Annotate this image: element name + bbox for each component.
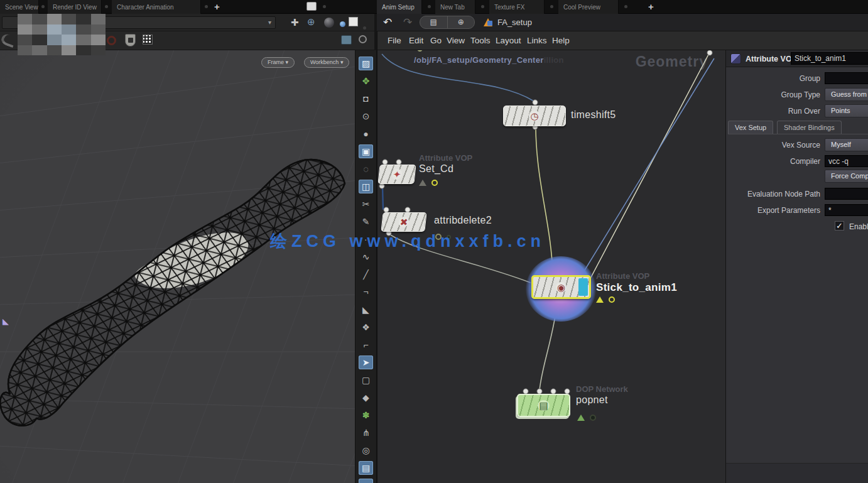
material-sphere-icon[interactable] (324, 18, 334, 28)
window-layout-icon[interactable] (307, 2, 317, 11)
location-pin-icon[interactable]: ⊙ (359, 109, 373, 123)
node-flags-stick-to-anim1[interactable] (596, 296, 615, 303)
ruler-corner-icon[interactable]: ⌐ (359, 338, 373, 352)
node-connector-dot[interactable] (396, 160, 401, 165)
diamond-tool-icon[interactable]: ◆ (359, 391, 373, 404)
network-editor[interactable]: /obj/FA_setup/Geometry_Centerillion Geom… (377, 50, 725, 483)
target-ring-icon[interactable] (359, 35, 367, 43)
node-connector-dot[interactable] (523, 389, 528, 394)
leaf-tool-icon[interactable]: ✽ (359, 408, 373, 422)
tab-vex-setup[interactable]: Vex Setup (728, 121, 773, 134)
node-popnet[interactable]: ▤ (517, 394, 570, 417)
node-set-cd[interactable]: ✦ (377, 165, 416, 184)
bypass-flag-icon[interactable] (447, 235, 451, 239)
add-icon[interactable]: ✚ (291, 17, 299, 28)
image-view-icon[interactable]: ◫ (359, 180, 373, 193)
workbench-dropdown-pill[interactable]: Workbench ▾ (304, 57, 349, 68)
node-connector-dot[interactable] (707, 50, 712, 55)
paint-blob-icon[interactable]: ● (359, 127, 373, 141)
display-flag-icon[interactable] (609, 296, 615, 303)
node-connector-dot[interactable] (551, 389, 556, 394)
add-tab-button-right[interactable]: + (648, 1, 654, 12)
target-tool-icon[interactable]: ◎ (359, 443, 373, 457)
lock-icon[interactable]: ◘ (359, 92, 373, 106)
node-flags-set-cd[interactable] (419, 180, 438, 186)
menu-tools[interactable]: Tools (470, 36, 491, 45)
tab-cool-preview[interactable]: Cool Preview (558, 0, 619, 14)
menu-links[interactable]: Links (527, 36, 547, 45)
force-compile-button[interactable]: Force Compile (825, 170, 868, 183)
node-attribdelete2[interactable]: ✖ (381, 212, 426, 232)
eval-node-path-input[interactable] (825, 188, 868, 200)
node-stick-to-anim1[interactable]: ◉ (531, 275, 591, 299)
forward-arrow-icon[interactable]: ↷ (403, 16, 412, 29)
frame-dropdown-pill[interactable]: Frame ▾ (261, 57, 295, 68)
tab-anim-setup[interactable]: Anim Setup (377, 0, 422, 14)
tab-scene-view[interactable]: Scene View (0, 0, 39, 14)
display-flag-icon[interactable] (590, 415, 596, 421)
menu-view[interactable]: View (447, 36, 465, 45)
path-mode-segmented-control[interactable]: ▤ ⊕ (420, 16, 475, 29)
cone-tool-icon[interactable]: ◣ (359, 303, 373, 317)
template-flag-icon[interactable] (596, 296, 604, 303)
tab-shader-bindings[interactable]: Shader Bindings (777, 121, 842, 134)
node-connector-dot[interactable] (382, 160, 388, 165)
back-arrow-icon[interactable]: ↶ (383, 16, 392, 29)
menu-go[interactable]: Go (430, 36, 442, 45)
network-chip-icon[interactable] (341, 35, 352, 45)
template-flag-icon[interactable] (419, 180, 426, 186)
group-input[interactable] (825, 72, 868, 84)
list-view-icon[interactable]: ▤ (420, 16, 448, 28)
lasso-icon[interactable]: ◌ (359, 162, 373, 176)
dot-tool-icon[interactable]: ∙ (359, 232, 373, 246)
tab-render-view[interactable]: Render ID View (48, 0, 102, 14)
swoosh-icon[interactable] (0, 33, 16, 48)
node-flags-popnet[interactable] (577, 415, 596, 421)
tab-texture-fx[interactable]: Texture FX (489, 0, 545, 14)
wave-tool-icon[interactable]: ∿ (359, 250, 373, 264)
square-tool-icon[interactable]: ▢ (359, 373, 373, 387)
menu-edit[interactable]: Edit (409, 36, 423, 45)
display-flag-icon[interactable] (431, 180, 438, 186)
tab-new-tab[interactable]: New Tab (435, 0, 475, 14)
vex-source-dropdown[interactable]: Myself (825, 138, 868, 151)
node-name-field[interactable]: Stick_to_anim1 (791, 52, 868, 65)
node-connector-dot[interactable] (405, 207, 410, 212)
frame-tool-icon[interactable]: ▤ (359, 461, 373, 475)
pen-icon[interactable]: ╱ (359, 268, 373, 281)
display-flag-icon[interactable] (435, 234, 442, 240)
brush-icon[interactable]: ✎ (359, 215, 373, 229)
key-tool-icon[interactable]: ¬ (359, 285, 373, 299)
select-arrow-icon[interactable]: ➤ (359, 355, 373, 369)
menu-help[interactable]: Help (552, 36, 570, 45)
pan-hand-icon[interactable]: ✥ (359, 74, 373, 88)
node-connector-dot[interactable] (384, 207, 389, 212)
export-parameters-input[interactable]: * (825, 204, 868, 216)
globe-view-icon[interactable]: ⊕ (448, 16, 475, 28)
record-ring-icon[interactable] (107, 36, 116, 45)
snapshot-icon[interactable]: ▣ (359, 144, 373, 158)
network-path-segment[interactable]: FA_setup (497, 18, 532, 27)
mini-sphere-icon[interactable] (340, 21, 345, 27)
group-type-dropdown[interactable]: Guess from Group (825, 88, 868, 101)
node-connector-dot[interactable] (565, 389, 570, 394)
tab-character-animation[interactable]: Character Animation (112, 0, 201, 14)
tripod-tool-icon[interactable]: ⋔ (359, 426, 373, 440)
view-layout-icon[interactable]: ▨ (359, 57, 373, 70)
template-flag-icon[interactable] (577, 415, 585, 421)
run-over-dropdown[interactable]: Points (825, 104, 868, 117)
node-flags-attribdelete2[interactable] (435, 234, 451, 240)
menu-layout[interactable]: Layout (496, 36, 521, 45)
compiler-input[interactable]: vcc -q (825, 155, 868, 167)
add-tab-button[interactable]: + (214, 1, 220, 12)
menu-file[interactable]: File (388, 36, 401, 45)
scene-viewport[interactable]: ◣ Frame ▾ Workbench ▾ 16fps (0, 50, 355, 483)
node-connector-dot[interactable] (537, 389, 542, 394)
node-timeshift5[interactable]: ◷ (503, 106, 566, 126)
display-square-icon[interactable] (349, 17, 358, 26)
enable-checkbox[interactable]: ✓ (835, 221, 844, 231)
stamp-tool-icon[interactable]: ❖ (359, 320, 373, 334)
node-connector-dot[interactable] (533, 100, 538, 105)
globe-icon[interactable]: ⊕ (307, 16, 315, 28)
qr-code-icon[interactable] (143, 35, 153, 45)
